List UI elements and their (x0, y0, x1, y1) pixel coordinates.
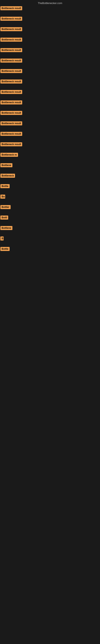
bottleneck-badge[interactable]: Bottleneck result (0, 27, 22, 31)
bottleneck-badge[interactable]: Bottleneck result (0, 48, 22, 52)
bottleneck-item: Bottleneck result (0, 90, 100, 95)
bottleneck-badge[interactable]: Bottle (0, 247, 10, 251)
bottleneck-badge[interactable]: Bottleneck result (0, 111, 22, 115)
bottleneck-item: Bottleneck (0, 174, 100, 178)
bottleneck-item: Bottleneck result (0, 6, 100, 11)
bottleneck-badge[interactable]: Bottleneck result (0, 80, 22, 84)
bottleneck-item: Bottleneck result (0, 142, 100, 147)
bottleneck-item: Bottleneck result (0, 132, 100, 137)
bottleneck-badge[interactable]: Bottleneck result (0, 142, 22, 146)
bottleneck-badge[interactable]: Bottleneck result (0, 69, 22, 73)
bottleneck-item: B (0, 236, 100, 241)
bottleneck-badge[interactable]: Bottlene (0, 226, 12, 230)
bottleneck-badge[interactable]: Bottl (0, 216, 8, 220)
bottleneck-badge[interactable]: Bottleneck result (0, 38, 22, 42)
bottleneck-badge[interactable]: Bottleneck result (0, 17, 22, 21)
bottleneck-item: Bottleneck result (0, 48, 100, 53)
bottleneck-badge[interactable]: Bottlene (0, 163, 12, 167)
bottleneck-item: Bottleneck result (0, 38, 100, 42)
bottleneck-badge[interactable]: Bo (0, 194, 5, 199)
bottleneck-badge[interactable]: Bottleneck result (0, 100, 22, 104)
bottleneck-badge[interactable]: Bottleneck re (0, 153, 18, 157)
bottleneck-badge[interactable]: B (0, 236, 3, 240)
bottleneck-item: Bottleneck result (0, 121, 100, 126)
bottleneck-badge[interactable]: Bottle (0, 184, 10, 188)
bottleneck-badge[interactable]: Bottleneck (0, 174, 15, 178)
bottleneck-badge[interactable]: Bottleneck result (0, 6, 22, 10)
bottleneck-list: Bottleneck resultBottleneck resultBottle… (0, 6, 100, 258)
site-title: TheBottlenecker.com (38, 2, 62, 5)
site-header: TheBottlenecker.com (0, 0, 100, 6)
bottleneck-item: Bo (0, 194, 100, 200)
bottleneck-item: Bottlene (0, 226, 100, 231)
bottleneck-badge[interactable]: Bottleneck result (0, 132, 22, 136)
bottleneck-item: Bottleneck result (0, 17, 100, 22)
bottleneck-item: Bottleneck result (0, 111, 100, 116)
bottleneck-item: Bottl (0, 216, 100, 220)
bottleneck-item: Bottlene (0, 163, 100, 168)
bottleneck-badge[interactable]: Bottleneck result (0, 121, 22, 126)
bottleneck-item: Bottleneck result (0, 100, 100, 105)
bottleneck-badge[interactable]: Bottler (0, 205, 11, 209)
bottleneck-item: Bottleneck result (0, 27, 100, 32)
bottleneck-badge[interactable]: Bottleneck result (0, 90, 22, 94)
bottleneck-item: Bottle (0, 184, 100, 189)
bottleneck-item: Bottleneck re (0, 153, 100, 158)
bottleneck-item: Bottle (0, 247, 100, 252)
bottleneck-item: Bottleneck result (0, 80, 100, 84)
bottleneck-item: Bottler (0, 205, 100, 210)
bottleneck-item: Bottleneck result (0, 58, 100, 64)
bottleneck-item: Bottleneck result (0, 69, 100, 74)
bottleneck-badge[interactable]: Bottleneck result (0, 58, 22, 62)
